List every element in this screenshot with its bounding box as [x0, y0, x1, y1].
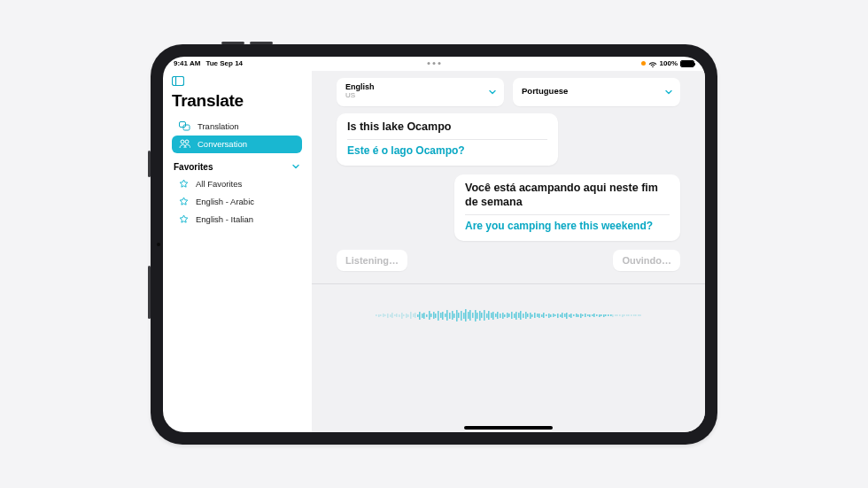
message-translation: Are you camping here this weekend?: [465, 220, 670, 233]
favorite-label: All Favorites: [196, 179, 242, 189]
favorite-en-ar[interactable]: English - Arabic: [172, 193, 302, 211]
battery-percent: 100%: [660, 59, 678, 67]
svg-point-5: [185, 140, 189, 143]
svg-rect-3: [183, 125, 190, 130]
mic-indicator-icon: [641, 61, 646, 66]
audio-waveform: [376, 309, 640, 321]
sidebar-toggle-icon[interactable]: [172, 76, 184, 86]
battery-icon: [680, 60, 694, 67]
message-bubble-right[interactable]: Você está acampando aqui neste fim de se…: [454, 174, 680, 241]
favorites-header-label: Favorites: [174, 162, 213, 172]
favorites-header[interactable]: Favorites: [172, 162, 302, 172]
sidebar-item-label: Translation: [198, 121, 239, 131]
svg-point-4: [181, 140, 184, 143]
message-source: Você está acampando aqui neste fim de se…: [465, 182, 670, 209]
translation-icon: [179, 121, 190, 131]
star-icon: [179, 197, 189, 206]
chevron-down-icon: [664, 88, 673, 97]
message-translation: Este é o lago Ocampo?: [347, 144, 547, 158]
sidebar-item-conversation[interactable]: Conversation: [172, 136, 302, 153]
star-icon: [179, 214, 189, 224]
page-title: Translate: [172, 91, 302, 111]
language-subtitle: US: [345, 92, 375, 100]
status-bar: 9:41 AM Tue Sep 14 100%: [163, 57, 705, 71]
status-time: 9:41 AM: [174, 59, 200, 67]
chevron-down-icon: [291, 162, 300, 171]
bubble-divider: [465, 214, 670, 215]
main-panel: English US Portuguese Is this la: [312, 71, 705, 432]
wifi-icon: [648, 60, 657, 67]
message-source: Is this lake Ocampo: [347, 120, 547, 135]
language-selector-right[interactable]: Portuguese: [513, 78, 680, 106]
svg-rect-2: [180, 122, 186, 128]
listening-pill-left: Listening…: [337, 250, 407, 271]
message-bubble-left[interactable]: Is this lake Ocampo Este é o lago Ocampo…: [337, 113, 558, 167]
star-icon: [179, 179, 189, 189]
favorite-label: English - Arabic: [196, 197, 254, 206]
favorite-en-it[interactable]: English - Italian: [172, 211, 302, 229]
status-date: Tue Sep 14: [205, 59, 243, 67]
multitask-dots[interactable]: [428, 62, 441, 65]
listening-pill-right: Ouvindo…: [613, 250, 680, 271]
chevron-down-icon: [488, 88, 497, 97]
sidebar: Translate Translation Conversation Favor…: [163, 71, 312, 432]
svg-rect-0: [173, 76, 184, 85]
bubble-divider: [347, 139, 547, 140]
favorite-label: English - Italian: [196, 214, 253, 224]
sidebar-item-translation[interactable]: Translation: [172, 118, 302, 136]
home-indicator[interactable]: [464, 426, 553, 430]
sidebar-item-label: Conversation: [198, 139, 247, 149]
language-name: Portuguese: [522, 87, 568, 96]
conversation-icon: [179, 139, 190, 149]
language-selector-left[interactable]: English US: [337, 78, 504, 106]
favorite-all[interactable]: All Favorites: [172, 175, 302, 193]
